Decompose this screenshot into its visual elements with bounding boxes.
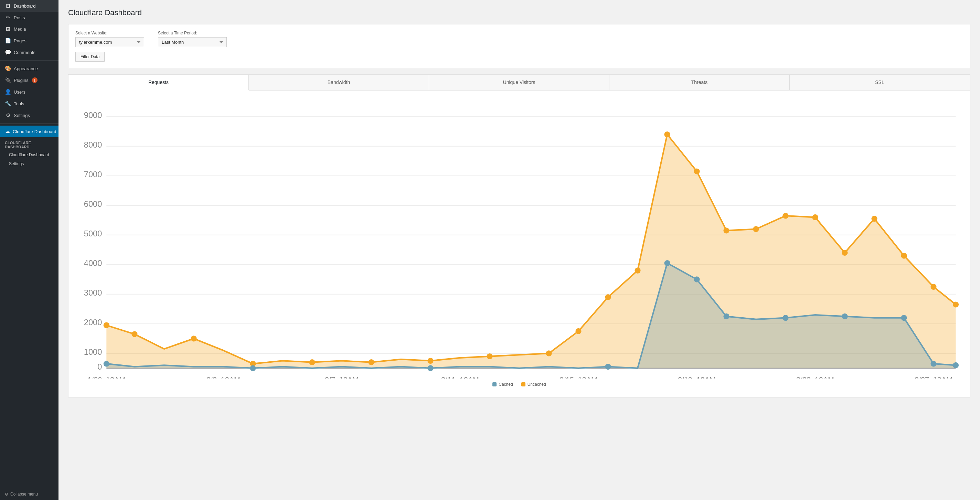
svg-point-32 xyxy=(664,131,670,137)
svg-point-42 xyxy=(953,301,959,307)
chart-legend: Cached Uncached xyxy=(75,382,963,387)
posts-icon: ✏ xyxy=(5,14,11,21)
svg-point-39 xyxy=(871,216,877,221)
svg-text:2/3, 12AM: 2/3, 12AM xyxy=(207,376,240,379)
users-icon: 👤 xyxy=(5,89,11,95)
svg-point-29 xyxy=(575,328,581,334)
plugins-badge: 1 xyxy=(32,77,38,83)
period-label: Select a Time Period: xyxy=(158,30,227,35)
filter-panel: Select a Website: tylerkemme.com Select … xyxy=(68,24,970,68)
sidebar-section-label: Cloudflare Dashboard xyxy=(0,137,59,150)
svg-text:1000: 1000 xyxy=(84,347,102,357)
svg-text:2/11, 12AM: 2/11, 12AM xyxy=(441,376,479,379)
svg-point-37 xyxy=(812,214,818,220)
svg-text:8000: 8000 xyxy=(84,140,102,149)
chart-area: 9000 8000 7000 6000 5000 4000 3000 2000 … xyxy=(68,91,970,397)
svg-point-35 xyxy=(753,226,759,232)
svg-point-41 xyxy=(931,284,936,290)
sidebar-item-media[interactable]: 🖼 Media xyxy=(0,23,59,35)
sidebar-item-pages[interactable]: 📄 Pages xyxy=(0,35,59,46)
legend-cached: Cached xyxy=(492,382,513,387)
comments-icon: 💬 xyxy=(5,49,11,56)
cached-color-swatch xyxy=(492,382,496,387)
website-label: Select a Website: xyxy=(75,30,144,35)
sidebar-sub-cloudflare-dashboard[interactable]: Cloudflare Dashboard xyxy=(0,150,59,159)
sidebar-item-settings[interactable]: ⚙ Settings xyxy=(0,110,59,121)
svg-point-26 xyxy=(427,358,433,364)
svg-text:9000: 9000 xyxy=(84,111,102,120)
svg-point-52 xyxy=(901,315,907,321)
svg-point-50 xyxy=(783,315,788,321)
sidebar-item-posts[interactable]: ✏ Posts xyxy=(0,12,59,23)
svg-point-22 xyxy=(191,336,196,341)
dashboard-icon: ⊞ xyxy=(5,3,11,9)
sidebar-item-users[interactable]: 👤 Users xyxy=(0,86,59,98)
collapse-icon: ⊖ xyxy=(5,492,8,497)
svg-point-40 xyxy=(901,253,907,259)
requests-chart: 9000 8000 7000 6000 5000 4000 3000 2000 … xyxy=(75,97,963,379)
uncached-color-swatch xyxy=(521,382,525,387)
appearance-icon: 🎨 xyxy=(5,65,11,72)
svg-text:2/15, 12AM: 2/15, 12AM xyxy=(560,376,597,379)
svg-text:2000: 2000 xyxy=(84,318,102,327)
tab-unique-visitors[interactable]: Unique Visitors xyxy=(429,75,609,90)
svg-point-36 xyxy=(783,213,788,218)
sidebar-item-appearance[interactable]: 🎨 Appearance xyxy=(0,63,59,74)
tab-threats[interactable]: Threats xyxy=(609,75,790,90)
sidebar-item-dashboard[interactable]: ⊞ Dashboard xyxy=(0,0,59,12)
svg-text:2/7, 12AM: 2/7, 12AM xyxy=(325,376,358,379)
media-icon: 🖼 xyxy=(5,26,11,32)
svg-point-45 xyxy=(427,365,433,371)
svg-point-33 xyxy=(694,168,700,174)
svg-point-46 xyxy=(605,364,611,369)
svg-point-28 xyxy=(546,350,552,356)
plugins-icon: 🔌 xyxy=(5,77,11,83)
svg-point-49 xyxy=(723,314,729,319)
website-filter-group: Select a Website: tylerkemme.com xyxy=(75,30,144,47)
svg-text:2/27, 12AM: 2/27, 12AM xyxy=(915,376,953,379)
svg-point-43 xyxy=(103,361,110,366)
svg-point-24 xyxy=(309,359,315,365)
chart-panel: Requests Bandwidth Unique Visitors Threa… xyxy=(68,74,970,398)
svg-point-48 xyxy=(694,276,700,282)
svg-point-31 xyxy=(635,268,640,274)
svg-text:2/19, 12AM: 2/19, 12AM xyxy=(678,376,716,379)
svg-point-27 xyxy=(487,354,492,359)
pages-icon: 📄 xyxy=(5,38,11,44)
tab-ssl[interactable]: SSL xyxy=(790,75,970,90)
main-content: Cloudflare Dashboard Select a Website: t… xyxy=(59,0,980,500)
svg-point-54 xyxy=(953,362,959,368)
page-title: Cloudflare Dashboard xyxy=(68,8,970,17)
sidebar-item-plugins[interactable]: 🔌 Plugins 1 xyxy=(0,74,59,86)
svg-text:2/23, 12AM: 2/23, 12AM xyxy=(796,376,834,379)
svg-point-25 xyxy=(368,359,374,365)
svg-point-38 xyxy=(842,250,848,256)
collapse-menu-button[interactable]: ⊖ Collapse menu xyxy=(0,488,59,500)
tab-bandwidth[interactable]: Bandwidth xyxy=(249,75,429,90)
svg-text:3000: 3000 xyxy=(84,288,102,297)
svg-text:0: 0 xyxy=(97,362,102,371)
sidebar-item-tools[interactable]: 🔧 Tools xyxy=(0,98,59,110)
svg-point-51 xyxy=(842,314,848,319)
svg-text:6000: 6000 xyxy=(84,200,102,209)
svg-point-34 xyxy=(723,228,729,233)
chart-tabs: Requests Bandwidth Unique Visitors Threa… xyxy=(68,75,970,91)
svg-point-53 xyxy=(931,361,936,366)
sidebar-item-cloudflare[interactable]: ☁ Cloudflare Dashboard xyxy=(0,126,59,137)
svg-point-30 xyxy=(605,294,611,300)
svg-text:7000: 7000 xyxy=(84,170,102,179)
svg-point-44 xyxy=(250,365,256,371)
legend-uncached: Uncached xyxy=(521,382,546,387)
svg-text:5000: 5000 xyxy=(84,229,102,238)
period-select[interactable]: Last MonthLast WeekLast Day xyxy=(158,37,227,47)
svg-point-47 xyxy=(664,260,670,266)
sidebar-item-comments[interactable]: 💬 Comments xyxy=(0,46,59,58)
settings-icon: ⚙ xyxy=(5,112,11,118)
sidebar-sub-settings[interactable]: Settings xyxy=(0,159,59,168)
svg-point-21 xyxy=(132,331,137,337)
svg-point-20 xyxy=(103,322,110,328)
filter-data-button[interactable]: Filter Data xyxy=(75,52,105,62)
tab-requests[interactable]: Requests xyxy=(68,75,249,91)
period-filter-group: Select a Time Period: Last MonthLast Wee… xyxy=(158,30,227,47)
website-select[interactable]: tylerkemme.com xyxy=(75,37,144,47)
